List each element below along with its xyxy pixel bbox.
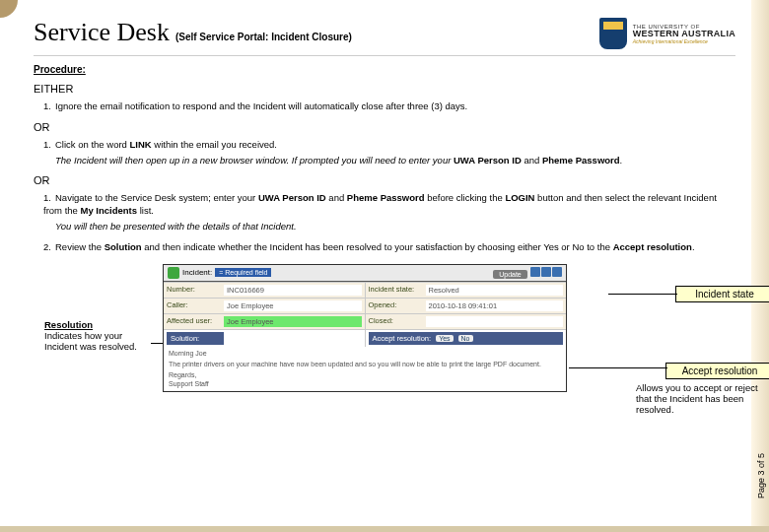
solution-label: Solution: <box>167 332 224 345</box>
accept-resolution-callout: Accept resolution <box>665 363 769 379</box>
closed-value <box>426 316 564 327</box>
step-2a-post: within the email you received. <box>152 139 277 150</box>
affected-label: Affected user: <box>167 316 224 327</box>
caller-label: Caller: <box>167 300 224 311</box>
step-1-text: Ignore the email notification to respond… <box>55 100 467 111</box>
page-header: Service Desk (Self Service Portal: Incid… <box>34 18 735 49</box>
step-4: 2.Review the Solution and then indicate … <box>43 241 735 254</box>
incident-screenshot: Incident: = Required field Update Number… <box>163 264 567 393</box>
toolbar-icons <box>529 270 562 279</box>
footer-bar <box>0 526 769 532</box>
incident-state-callout: Incident state <box>675 286 769 302</box>
closed-label: Closed: <box>369 316 426 327</box>
accept-resolution-note: Allows you to accept or reject that the … <box>636 382 769 416</box>
state-value: Resolved <box>426 285 564 296</box>
number-value: INC016669 <box>224 285 362 296</box>
incident-label: Incident: <box>182 268 212 277</box>
procedure-heading: Procedure: <box>34 64 735 75</box>
opened-value: 2010-10-18 09:41:01 <box>426 300 564 311</box>
step-3-cont: You will then be presented with the deta… <box>55 221 735 233</box>
header-divider <box>34 55 735 56</box>
step-2a-link: LINK <box>130 139 152 150</box>
screenshot-diagram: Resolution Indicates how your Incident w… <box>44 264 725 412</box>
page-title: Service Desk <box>34 18 170 47</box>
update-button: Update <box>493 270 527 279</box>
resolution-annotation-body: Indicates how your Incident was resolved… <box>44 330 137 352</box>
caller-value: Joe Employee <box>224 300 362 311</box>
resolution-annotation-head: Resolution <box>44 319 93 330</box>
opened-label: Opened: <box>369 300 426 311</box>
or-heading-1: OR <box>34 121 735 133</box>
page-subtitle: (Self Service Portal: Incident Closure) <box>175 32 352 42</box>
resolution-annotation: Resolution Indicates how your Incident w… <box>44 319 153 353</box>
state-label: Incident state: <box>369 285 426 296</box>
either-heading: EITHER <box>34 83 735 95</box>
or-heading-2: OR <box>34 174 735 186</box>
step-2-cont: The Incident will then open up in a new … <box>55 155 735 167</box>
accept-label: Accept resolution:YesNo <box>369 332 564 345</box>
uni-name: WESTERN AUSTRALIA <box>633 30 735 38</box>
university-logo: THE UNIVERSITY OF WESTERN AUSTRALIA Achi… <box>599 18 735 49</box>
affected-value: Joe Employee <box>224 316 362 327</box>
step-2: 1.Click on the word LINK within the emai… <box>43 139 735 152</box>
required-legend: = Required field <box>215 268 271 277</box>
crest-icon <box>599 18 627 49</box>
step-3: 1.Navigate to the Service Desk system; e… <box>43 192 735 218</box>
step-2a-pre: Click on the word <box>55 139 130 150</box>
step-1: 1.Ignore the email notification to respo… <box>43 100 735 113</box>
number-label: Number: <box>167 285 224 296</box>
no-option: No <box>458 335 473 342</box>
uni-tagline: Achieving International Excellence <box>633 39 735 44</box>
callout-line-2 <box>569 367 667 368</box>
callout-line-1 <box>608 294 677 295</box>
solution-body: Morning Joe The printer drivers on your … <box>164 347 566 392</box>
page-number: Page 3 of 5 <box>756 453 766 499</box>
yes-option: Yes <box>436 335 453 342</box>
back-icon <box>168 267 179 279</box>
